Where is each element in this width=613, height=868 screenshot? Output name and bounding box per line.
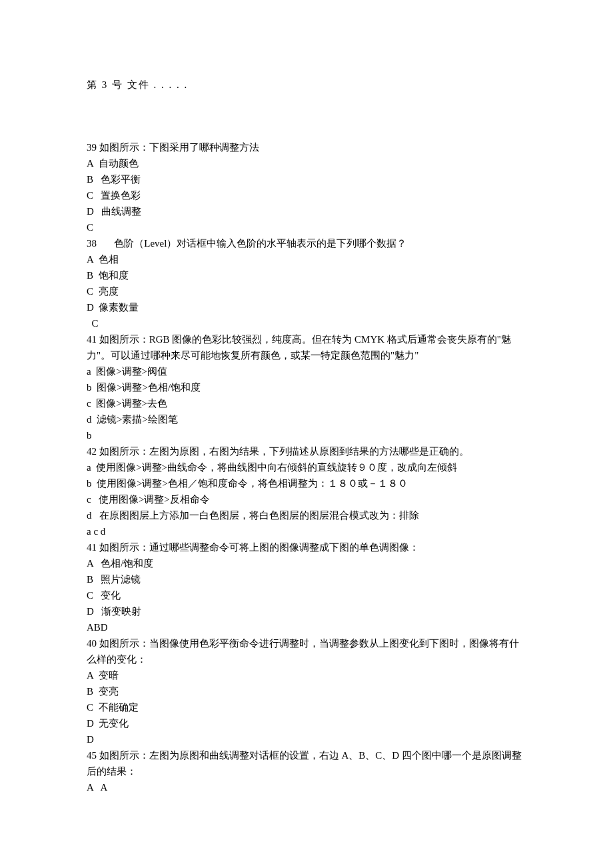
text-line: D 曲线调整 xyxy=(87,203,526,219)
text-line: C 不能确定 xyxy=(87,699,526,715)
text-line: C 置换色彩 xyxy=(87,187,526,203)
text-line: C 变化 xyxy=(87,587,526,603)
document-content: 39 如图所示：下图采用了哪种调整方法A 自动颜色B 色彩平衡C 置换色彩D 曲… xyxy=(87,139,526,795)
document-header: 第 3 号 文件 . . . . . xyxy=(87,77,526,93)
text-line: B 色彩平衡 xyxy=(87,171,526,187)
text-line: ABD xyxy=(87,619,526,635)
text-line: D 无变化 xyxy=(87,715,526,731)
text-line: b xyxy=(87,427,526,443)
text-line: 41 如图所示：通过哪些调整命令可将上图的图像调整成下图的单色调图像： xyxy=(87,539,526,555)
text-line: d 滤镜>素描>绘图笔 xyxy=(87,411,526,427)
text-line: A 自动颜色 xyxy=(87,155,526,171)
text-line: 41 如图所示：RGB 图像的色彩比较强烈，纯度高。但在转为 CMYK 格式后通… xyxy=(87,331,526,363)
text-line: b 使用图像>调整>色相／饱和度命令，将色相调整为：１８０或－１８０ xyxy=(87,475,526,491)
text-line: D 像素数量 xyxy=(87,299,526,315)
text-line: D xyxy=(87,731,526,747)
text-line: C xyxy=(87,315,526,331)
text-line: 40 如图所示：当图像使用色彩平衡命令进行调整时，当调整参数从上图变化到下图时，… xyxy=(87,635,526,667)
text-line: b 图像>调整>色相/饱和度 xyxy=(87,379,526,395)
text-line: D 渐变映射 xyxy=(87,603,526,619)
text-line: 38 色阶（Level）对话框中输入色阶的水平轴表示的是下列哪个数据？ xyxy=(87,235,526,251)
text-line: C 亮度 xyxy=(87,283,526,299)
text-line: B 饱和度 xyxy=(87,267,526,283)
text-line: C xyxy=(87,219,526,235)
text-line: a 使用图像>调整>曲线命令，将曲线图中向右倾斜的直线旋转９０度，改成向左倾斜 xyxy=(87,459,526,475)
text-line: d 在原图图层上方添加一白色图层，将白色图层的图层混合模式改为：排除 xyxy=(87,507,526,523)
text-line: c 使用图像>调整>反相命令 xyxy=(87,491,526,507)
text-line: a c d xyxy=(87,523,526,539)
text-line: A 色相/饱和度 xyxy=(87,555,526,571)
text-line: 45 如图所示：左图为原图和曲线调整对话框的设置，右边 A、B、C、D 四个图中… xyxy=(87,747,526,779)
text-line: 39 如图所示：下图采用了哪种调整方法 xyxy=(87,139,526,155)
text-line: c 图像>调整>去色 xyxy=(87,395,526,411)
document-page: 第 3 号 文件 . . . . . 39 如图所示：下图采用了哪种调整方法A … xyxy=(0,0,613,868)
text-line: A A xyxy=(87,779,526,795)
text-line: A 变暗 xyxy=(87,667,526,683)
text-line: B 变亮 xyxy=(87,683,526,699)
text-line: B 照片滤镜 xyxy=(87,571,526,587)
text-line: 42 如图所示：左图为原图，右图为结果，下列描述从原图到结果的方法哪些是正确的。 xyxy=(87,443,526,459)
text-line: a 图像>调整>阀值 xyxy=(87,363,526,379)
text-line: A 色相 xyxy=(87,251,526,267)
